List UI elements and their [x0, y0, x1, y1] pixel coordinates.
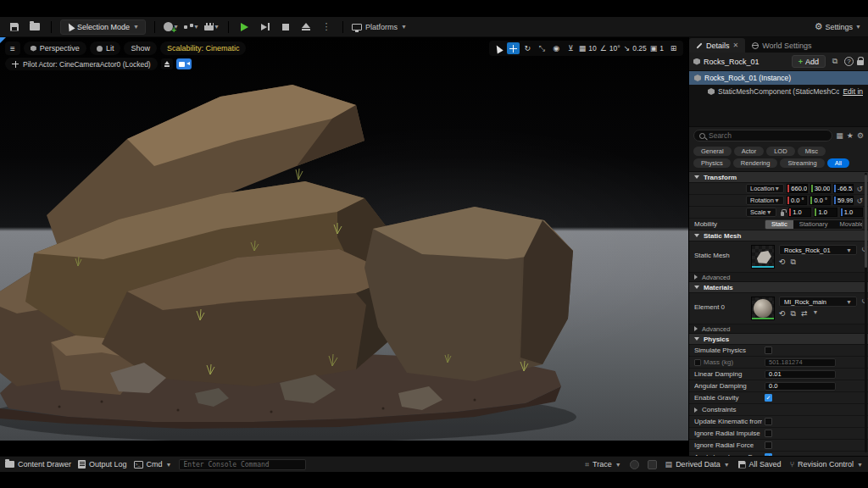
simulate-physics-checkbox[interactable] [765, 347, 772, 354]
help-icon[interactable]: ? [844, 57, 854, 66]
stop-button[interactable] [278, 20, 293, 34]
material-thumbnail[interactable] [751, 297, 775, 320]
scale-z-field[interactable]: 1.0 [840, 208, 863, 217]
browse-to-asset-icon[interactable]: ⟲ [779, 309, 786, 319]
close-icon[interactable]: ✕ [733, 42, 739, 49]
trace-dropdown[interactable]: ⌗ Trace ▼ [585, 460, 621, 469]
content-drawer-button[interactable]: Content Drawer [5, 460, 71, 469]
revision-control-dropdown[interactable]: ⑂ Revision Control ▼ [790, 460, 863, 469]
static-mesh-advanced[interactable]: Advanced [689, 273, 868, 282]
angular-damping-field[interactable]: 0.0 [765, 382, 836, 391]
add-actor-dropdown[interactable]: ▼ [164, 20, 179, 34]
tree-row-instance[interactable]: Rocks_Rock_01 (Instance) [689, 71, 868, 85]
reset-icon[interactable]: ↺ [856, 197, 863, 205]
eject-button[interactable] [298, 20, 314, 34]
mass-override-checkbox[interactable] [694, 359, 701, 366]
chip-misc[interactable]: Misc [798, 147, 826, 156]
section-static-mesh[interactable]: Static Mesh [689, 230, 868, 241]
reset-icon[interactable]: ↺ [856, 185, 863, 193]
edit-in-link[interactable]: Edit in [843, 87, 863, 96]
location-y-field[interactable]: 30.000001 [810, 184, 831, 193]
linear-damping-field[interactable]: 0.01 [765, 370, 836, 379]
screenshot-icon[interactable] [648, 460, 657, 469]
perspective-dropdown[interactable]: Perspective [24, 42, 86, 55]
derived-data-dropdown[interactable]: ▤ Derived Data ▼ [665, 460, 730, 469]
stop-piloting-button[interactable] [161, 58, 173, 69]
cmd-dropdown[interactable]: Cmd ▼ [134, 460, 172, 469]
rotation-snap-button[interactable]: ∠10° [600, 42, 622, 54]
browse-to-asset-icon[interactable]: ⟲ [779, 258, 786, 267]
frame-skip-button[interactable] [258, 20, 273, 34]
save-icon[interactable] [7, 20, 22, 34]
static-mesh-combo[interactable]: Rocks_Rock_01▼ [779, 245, 857, 255]
chip-physics[interactable]: Physics [693, 158, 731, 168]
all-saved-indicator[interactable]: All Saved [738, 460, 782, 469]
chevron-down-icon[interactable]: ▼ [813, 309, 819, 319]
mass-field[interactable]: 501.181274 [765, 358, 836, 367]
rotation-x-field[interactable]: 0.0 ° [787, 196, 808, 205]
console-input[interactable] [184, 461, 301, 469]
chip-general[interactable]: General [693, 147, 732, 156]
scale-dropdown[interactable]: Scale▼ [746, 208, 776, 217]
grid-snap-button[interactable]: ▦10 [579, 42, 598, 54]
panel-settings-icon[interactable]: ⚙ [857, 131, 864, 140]
chip-rendering[interactable]: Rendering [733, 158, 778, 168]
section-transform[interactable]: Transform [689, 172, 868, 183]
scalability-warning[interactable]: Scalability: Cinematic [160, 42, 247, 55]
swap-material-icon[interactable]: ⇄ [801, 309, 808, 319]
ignore-radial-force-checkbox[interactable] [765, 441, 772, 449]
lock-icon[interactable] [857, 60, 864, 65]
ignore-radial-impulse-checkbox[interactable] [765, 430, 772, 437]
mobility-stationary[interactable]: Stationary [793, 220, 834, 229]
world-local-toggle[interactable]: ◉ [550, 42, 563, 54]
tab-world-settings[interactable]: World Settings [745, 38, 818, 53]
maximize-viewport-button[interactable]: ⊞ [667, 42, 680, 54]
pilot-actor-indicator[interactable]: Pilot Actor: CineCameraActor0 (Locked) [5, 58, 158, 70]
constraints-row[interactable]: Constraints [689, 404, 868, 416]
scale-lock-icon[interactable] [781, 212, 784, 216]
select-tool-button[interactable] [492, 42, 505, 54]
favorites-icon[interactable]: ★ [847, 131, 854, 140]
section-materials[interactable]: Materials [689, 282, 868, 293]
update-kinematic-checkbox[interactable] [765, 418, 772, 425]
console-command-box[interactable] [179, 459, 306, 470]
location-x-field[interactable]: 660.0 [787, 184, 807, 193]
play-options-button[interactable]: ⋮ [319, 20, 334, 34]
camera-speed-button[interactable]: ▣1 [650, 42, 665, 54]
use-selected-asset-icon[interactable]: ⧉ [791, 258, 796, 267]
static-mesh-thumbnail[interactable] [751, 245, 775, 269]
rotation-y-field[interactable]: 0.0 ° [810, 196, 831, 205]
scale-x-field[interactable]: 1.0 [788, 208, 811, 217]
play-button[interactable] [237, 20, 253, 34]
material-combo[interactable]: MI_Rock_main▼ [779, 297, 857, 307]
enable-gravity-checkbox[interactable]: ✓ [765, 394, 772, 402]
settings-dropdown[interactable]: ⚙ Settings ▼ [815, 21, 861, 32]
blueprint-convert-icon[interactable]: ⧉ [829, 57, 841, 66]
chip-actor[interactable]: Actor [734, 147, 765, 156]
chip-streaming[interactable]: Streaming [780, 158, 824, 168]
details-scrollbar[interactable] [865, 173, 867, 452]
viewport-options-menu[interactable]: ≡ [5, 42, 20, 55]
use-selected-asset-icon[interactable]: ⧉ [791, 309, 796, 319]
level-viewport[interactable]: ≡ Perspective Lit Show Scalability: Cine… [0, 37, 688, 456]
section-physics[interactable]: Physics [689, 334, 868, 345]
selection-mode-dropdown[interactable]: Selection Mode ▼ [60, 19, 146, 35]
surface-snap-button[interactable]: ⊻ [565, 42, 577, 54]
camera-view-toggle[interactable] [176, 58, 192, 69]
rotate-tool-button[interactable]: ↻ [521, 42, 534, 54]
move-tool-button[interactable] [507, 42, 520, 54]
scale-snap-button[interactable]: ↘0.25 [624, 42, 648, 54]
show-dropdown[interactable]: Show [124, 42, 157, 55]
display-options-icon[interactable]: ▦ [836, 131, 843, 140]
trace-status-icon[interactable] [630, 460, 639, 469]
cinematics-dropdown[interactable]: ▼ [204, 20, 220, 34]
output-log-button[interactable]: Output Log [78, 460, 127, 469]
content-browser-icon[interactable] [27, 20, 42, 34]
location-z-field[interactable]: -66.521606 [833, 184, 854, 193]
view-mode-dropdown[interactable]: Lit [90, 42, 121, 55]
scale-y-field[interactable]: 1.0 [814, 208, 837, 217]
search-box[interactable] [693, 130, 832, 141]
scale-tool-button[interactable]: ⤡ [536, 42, 548, 54]
search-input[interactable] [709, 131, 826, 140]
chip-lod[interactable]: LOD [766, 147, 794, 156]
